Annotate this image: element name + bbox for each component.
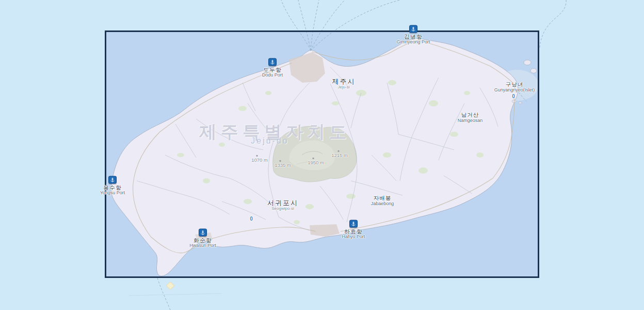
city-label-seogwipo-en: Seogwipo-si bbox=[271, 206, 294, 211]
labels-layer: 제주특별자치도 Jeju-do 김녕항 Gimnyeong Port 도두항 D… bbox=[0, 0, 644, 310]
route-marker-east: 0 bbox=[512, 94, 515, 99]
elevation-label-1335: 1335 m bbox=[275, 162, 291, 168]
region-watermark-en: Jeju-do bbox=[251, 136, 288, 146]
elevation-label-1215: 1215 m bbox=[331, 152, 348, 158]
elevation-label-1950: 1950 m bbox=[308, 160, 324, 165]
port-label-yongsu-en: Yongsu Port bbox=[100, 190, 125, 195]
place-label-jabaebong-en: Jabaebong bbox=[371, 201, 394, 206]
port-label-hahyo-en: Hahyo Port bbox=[342, 234, 365, 239]
port-label-hwasun-en: Hwasun Port bbox=[189, 243, 216, 248]
port-marker-dodu[interactable] bbox=[268, 58, 277, 66]
port-label-gimnyeong-en: Gimnyeong Port bbox=[396, 39, 430, 44]
anchor-icon bbox=[351, 221, 356, 226]
port-label-dodu-en: Dodu Port bbox=[262, 72, 283, 78]
beacon-icon bbox=[166, 282, 175, 290]
peak-marker bbox=[313, 158, 314, 159]
port-marker-yongsu[interactable] bbox=[108, 176, 117, 184]
elevation-label-1070: 1070 m bbox=[251, 157, 268, 163]
peak-marker bbox=[280, 160, 281, 162]
anchor-icon bbox=[270, 59, 275, 65]
port-marker-gimnyeong[interactable] bbox=[409, 25, 417, 33]
port-marker-hwasun[interactable] bbox=[199, 229, 207, 237]
map-viewport[interactable]: 제주특별자치도 Jeju-do 김녕항 Gimnyeong Port 도두항 D… bbox=[0, 0, 644, 310]
place-label-namgeosan-en: Namgeosan bbox=[458, 118, 483, 123]
peak-marker bbox=[256, 155, 258, 157]
anchor-icon bbox=[411, 26, 416, 32]
city-label-jeju-en: Jeju-si bbox=[337, 85, 349, 89]
anchor-icon bbox=[200, 230, 205, 235]
anchor-icon bbox=[110, 177, 115, 182]
place-label-gunyangnyeo-en: Gunyangnyeo(Islet) bbox=[494, 87, 535, 92]
port-marker-hahyo[interactable] bbox=[349, 220, 358, 228]
peak-marker bbox=[338, 150, 340, 152]
route-marker-south: 0 bbox=[250, 216, 253, 222]
